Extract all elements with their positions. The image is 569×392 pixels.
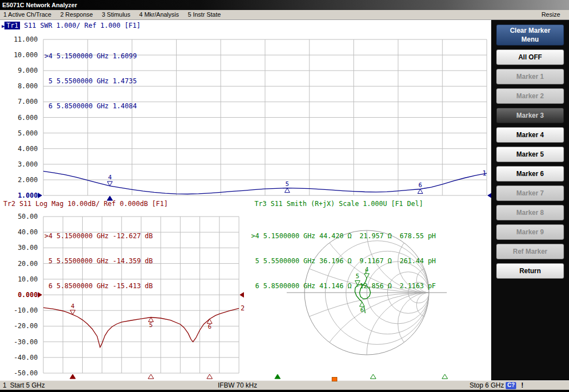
softkey-marker-6[interactable]: Marker 6 [496,166,564,182]
tr2-title[interactable]: Tr2 S11 Log Mag 10.00dB/ Ref 0.000dB [F1… [3,200,168,208]
channel-window: 11.00010.0009.0008.0007.0006.0005.0004.0… [0,20,491,380]
menu-mkr-analysis[interactable]: 4 Mkr/Analysis [136,10,184,19]
menu-stimulus[interactable]: 3 Stimulus [98,10,136,19]
softkey-marker-8: Marker 8 [496,205,564,220]
tr2-marker-readout: >4 5.1500000 GHz -12.627 dB 5 5.5500000 … [44,215,153,307]
svg-text:6.000: 6.000 [18,114,38,122]
tr2-marker-readout-row: 6 5.8500000 GHz -15.413 dB [44,282,153,290]
menu-response[interactable]: 2 Response [57,10,98,19]
tr2-badge: Tr2 [3,200,16,208]
svg-text:-50.00: -50.00 [14,369,38,377]
svg-text:6: 6 [418,182,422,189]
softkey-menu-title-line2: Menu [497,35,563,44]
svg-text:2: 2 [241,304,244,312]
tr3-marker-readout: >4 5.1500000 GHz 44.420 Ω 21.957 Ω 678.5… [251,215,436,307]
svg-text:-40.00: -40.00 [14,354,38,361]
svg-text:10.000: 10.000 [14,51,38,59]
svg-text:50.00: 50.00 [18,213,38,220]
tr1-badge: Tr1 [4,22,20,29]
tr3-badge: Tr3 [254,200,267,208]
tr2-params: S11 Log Mag 10.00dB/ Ref 0.000dB [F1] [19,200,168,208]
svg-text:-10.00: -10.00 [14,306,38,314]
status-bar: 1 Start 5 GHz IFBW 70 kHz Stop 6 GHz C? … [0,380,569,390]
svg-text:3.000: 3.000 [18,160,38,168]
window-title: E5071C Network Analyzer [2,2,77,8]
svg-text:8.000: 8.000 [18,82,38,90]
softkey-all-off[interactable]: All OFF [496,49,564,65]
channel-indicator: 1 [3,381,7,390]
start-frequency: Start 5 GHz [10,381,45,390]
softkey-marker-5[interactable]: Marker 5 [496,147,564,162]
svg-text:40.00: 40.00 [18,228,38,236]
softkey-menu-title-line1: Clear Marker [497,26,563,35]
application-window: E5071C Network Analyzer 1 Active Ch/Trac… [0,0,569,392]
softkey-marker-2: Marker 2 [496,88,564,104]
softkey-marker-3[interactable]: Marker 3 [496,108,564,123]
svg-text:-20.00: -20.00 [14,322,38,330]
svg-text:20.00: 20.00 [18,260,38,268]
softkey-marker-4[interactable]: Marker 4 [496,127,564,143]
trigger-indicator [332,377,337,381]
softkey-return[interactable]: Return [496,263,564,279]
svg-text:1.000: 1.000 [18,192,38,199]
tr1-marker-readout-row: >4 5.1500000 GHz 1.6099 [44,52,137,61]
svg-text:9.000: 9.000 [18,67,38,74]
menu-instr-state[interactable]: 5 Instr State [184,10,226,19]
svg-text:11.000: 11.000 [14,36,38,43]
alert-indicator: ! [521,381,523,390]
cal-status-badge: C? [506,382,516,389]
tr2-marker-readout-row: >4 5.1500000 GHz -12.627 dB [44,232,153,240]
svg-text:6: 6 [208,323,212,330]
menu-items: 1 Active Ch/Trace2 Response3 Stimulus4 M… [0,11,226,18]
ifbw-indicator: IFBW 70 kHz [218,381,257,390]
softkey-marker-1: Marker 1 [496,69,564,84]
tr3-marker-readout-row: >4 5.1500000 GHz 44.420 Ω 21.957 Ω 678.5… [251,232,436,240]
tr3-params: S11 Smith (R+jX) Scale 1.000U [F1 Del] [271,200,423,208]
svg-text:5.000: 5.000 [18,129,38,137]
tr1-marker-readout-row: 5 5.5500000 GHz 1.4735 [44,77,137,86]
softkey-ref-marker: Ref Marker [496,244,564,259]
tr1-marker-readout-row: 6 5.8500000 GHz 1.4084 [44,102,137,110]
svg-text:10.00: 10.00 [18,275,38,283]
tr1-marker-readout: >4 5.1500000 GHz 1.6099 5 5.5500000 GHz … [44,36,137,127]
menu-active-ch-trace[interactable]: 1 Active Ch/Trace [0,10,57,19]
svg-text:2.000: 2.000 [18,176,38,184]
svg-text:0.000: 0.000 [18,291,38,299]
svg-text:1: 1 [482,169,486,177]
tr2-marker-readout-row: 5 5.5500000 GHz -14.359 dB [44,257,153,265]
resize-button[interactable]: Resize [538,10,566,19]
tr3-title[interactable]: Tr3 S11 Smith (R+jX) Scale 1.000U [F1 De… [254,200,423,208]
svg-text:5: 5 [149,321,153,329]
svg-text:7.000: 7.000 [18,98,38,105]
svg-text:4.000: 4.000 [18,145,38,153]
softkey-menu: Clear Marker Menu All OFFMarker 1Marker … [491,20,569,380]
tr3-marker-readout-row: 5 5.5500000 GHz 36.196 Ω 9.1167 Ω 261.44… [251,257,436,265]
softkey-buttons: All OFFMarker 1Marker 2Marker 3Marker 4M… [491,49,569,279]
menu-bar: 1 Active Ch/Trace2 Response3 Stimulus4 M… [0,10,569,20]
softkey-marker-9: Marker 9 [496,224,564,240]
svg-text:-30.00: -30.00 [14,338,38,346]
tr3-marker-readout-row: 6 5.8500000 GHz 41.146 Ω -12.856 Ω 2.116… [251,282,436,290]
softkey-marker-7: Marker 7 [496,185,564,201]
svg-text:30.00: 30.00 [18,244,38,252]
svg-text:4: 4 [108,174,112,181]
svg-text:5: 5 [286,180,290,188]
tr1-params: S11 SWR 1.000/ Ref 1.000 [F1] [24,22,141,29]
stop-frequency: Stop 6 GHz [470,381,504,390]
softkey-menu-title: Clear Marker Menu [496,24,564,46]
tr1-title[interactable]: ▶Tr1 S11 SWR 1.000/ Ref 1.000 [F1] [2,22,141,29]
svg-text:6: 6 [360,306,364,314]
title-bar[interactable]: E5071C Network Analyzer [0,0,569,10]
